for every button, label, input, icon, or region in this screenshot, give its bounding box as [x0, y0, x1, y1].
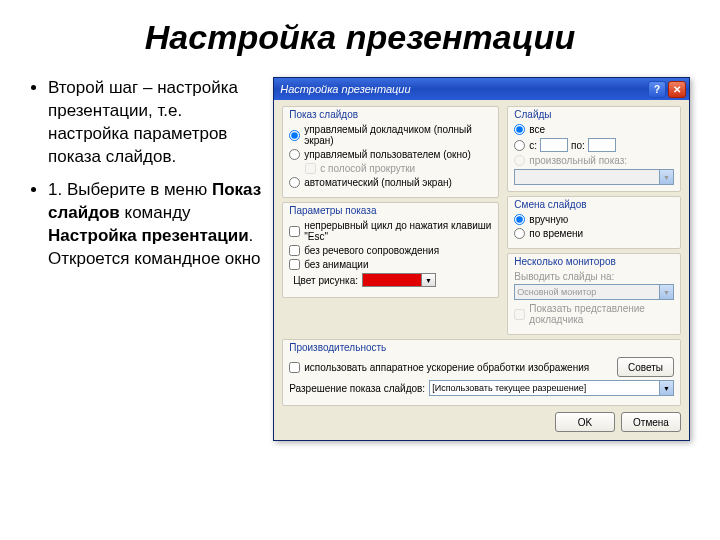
label-output-monitor: Выводить слайды на: — [514, 271, 674, 282]
check-hw-accel[interactable]: использовать аппаратное ускорение обрабо… — [289, 362, 611, 373]
dialog-title: Настройка презентации — [280, 83, 648, 95]
radio-advance-timed[interactable]: по времени — [514, 228, 674, 239]
ok-button[interactable]: OK — [555, 412, 615, 432]
label-resolution: Разрешение показа слайдов: — [289, 383, 425, 394]
group-title-params: Параметры показа — [289, 205, 492, 216]
pen-color-label: Цвет рисунка: — [293, 275, 358, 286]
group-title-slides: Слайды — [514, 109, 674, 120]
radio-slides-all[interactable]: все — [514, 124, 674, 135]
select-monitor: Основной монитор▼ — [514, 284, 674, 300]
slide-title: Настройка презентации — [30, 18, 690, 57]
radio-custom-show: произвольный показ: — [514, 155, 674, 166]
radio-advance-manual[interactable]: вручную — [514, 214, 674, 225]
input-slide-from[interactable] — [540, 138, 568, 152]
group-title-show: Показ слайдов — [289, 109, 492, 120]
dialog-titlebar[interactable]: Настройка презентации ? ✕ — [274, 78, 689, 100]
label-slide-to: по: — [571, 140, 585, 151]
radio-auto-full[interactable]: автоматический (полный экран) — [289, 177, 492, 188]
check-no-animation[interactable]: без анимации — [289, 259, 492, 270]
select-resolution[interactable]: [Использовать текущее разрешение]▼ — [429, 380, 674, 396]
dialog-setup-show: Настройка презентации ? ✕ Показ слайдов … — [273, 77, 690, 441]
check-presenter-view: Показать представление докладчика — [514, 303, 674, 325]
check-loop-esc[interactable]: непрерывный цикл до нажатия клавиши "Esc… — [289, 220, 492, 242]
tips-button[interactable]: Советы — [617, 357, 674, 377]
pen-color-swatch[interactable] — [362, 273, 422, 287]
bullet-list: Второй шаг – настройка презентации, т.е.… — [30, 77, 263, 441]
bullet-1: Второй шаг – настройка презентации, т.е.… — [48, 77, 263, 169]
pen-color-dropdown[interactable]: ▼ — [422, 273, 436, 287]
group-title-monitors: Несколько мониторов — [514, 256, 674, 267]
group-slides: Слайды все с: по: произвольный показ: ▼ — [507, 106, 681, 192]
check-scrollbar: с полосой прокрутки — [305, 163, 492, 174]
group-performance: Производительность использовать аппаратн… — [282, 339, 681, 406]
select-custom-show: ▼ — [514, 169, 674, 185]
group-monitors: Несколько мониторов Выводить слайды на: … — [507, 253, 681, 335]
bullet-2: 1. Выберите в меню Показ слайдов команду… — [48, 179, 263, 271]
help-button[interactable]: ? — [648, 81, 666, 98]
radio-slides-range[interactable]: с: — [514, 140, 537, 151]
cancel-button[interactable]: Отмена — [621, 412, 681, 432]
group-advance: Смена слайдов вручную по времени — [507, 196, 681, 249]
group-show-type: Показ слайдов управляемый докладчиком (п… — [282, 106, 499, 198]
input-slide-to[interactable] — [588, 138, 616, 152]
group-show-options: Параметры показа непрерывный цикл до наж… — [282, 202, 499, 298]
check-no-narration[interactable]: без речевого сопровождения — [289, 245, 492, 256]
close-button[interactable]: ✕ — [668, 81, 686, 98]
radio-user-window[interactable]: управляемый пользователем (окно) — [289, 149, 492, 160]
group-title-advance: Смена слайдов — [514, 199, 674, 210]
group-title-perf: Производительность — [289, 342, 674, 353]
radio-presenter-full[interactable]: управляемый докладчиком (полный экран) — [289, 124, 492, 146]
